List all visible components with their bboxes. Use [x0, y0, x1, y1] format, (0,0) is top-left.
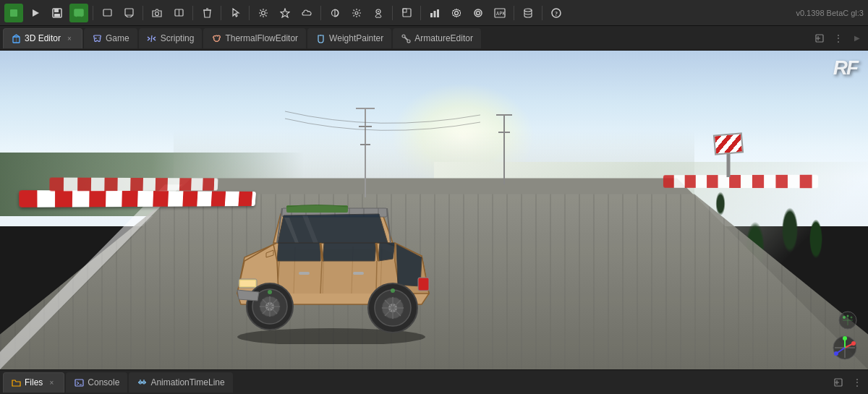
cube-icon	[11, 33, 21, 43]
version-label: v0.1398 BetaC gl:3	[796, 9, 864, 17]
viewport-area: RF	[0, 51, 868, 369]
separator-7	[392, 6, 393, 20]
sun-button[interactable]	[254, 4, 273, 22]
apk-button[interactable]: APK	[490, 4, 509, 22]
tab-scripting[interactable]: Scripting	[139, 28, 203, 48]
svg-point-30	[378, 11, 379, 12]
monitor-button[interactable]	[69, 4, 88, 22]
svg-rect-33	[430, 13, 433, 17]
tab-console-label: Console	[88, 377, 119, 387]
svg-point-53	[407, 40, 410, 43]
svg-point-49	[99, 38, 100, 38]
tab-thermal-flow[interactable]: ThermalFlowEditor	[203, 28, 306, 48]
svg-point-52	[402, 35, 405, 38]
thermal-icon	[211, 33, 221, 43]
svg-point-7	[78, 12, 80, 13]
svg-rect-74	[240, 280, 255, 286]
svg-point-84	[268, 290, 272, 294]
star-button[interactable]	[276, 4, 294, 22]
bottom-tab-menu[interactable]: ⋮	[849, 374, 865, 390]
svg-point-36	[455, 11, 459, 14]
tab-animation-label: AnimationTimeLine	[150, 377, 224, 387]
svg-rect-9	[125, 9, 133, 15]
tab-3d-editor-close[interactable]: ×	[64, 33, 75, 43]
tab-files[interactable]: Files ×	[3, 372, 64, 393]
code-icon	[147, 33, 157, 43]
cloud-button[interactable]	[297, 4, 316, 22]
tab-console[interactable]: Console	[66, 372, 127, 393]
chart-button[interactable]	[425, 4, 444, 22]
svg-rect-34	[434, 11, 436, 17]
tab-new-button[interactable]	[812, 30, 827, 46]
bottom-tab-new[interactable]	[830, 374, 846, 390]
tab-weight-painter-label: WeightPainter	[329, 33, 383, 43]
tab-game[interactable]: Game	[84, 28, 137, 48]
settings3-button[interactable]	[469, 4, 488, 22]
delete-button[interactable]	[197, 4, 216, 22]
bottom-tab-bar-end: ⋮	[830, 374, 865, 390]
tab-scroll-right[interactable]: ▶	[849, 30, 865, 46]
screen3-button[interactable]	[397, 4, 416, 22]
settings2-button[interactable]	[347, 4, 366, 22]
screen2-button[interactable]	[169, 4, 188, 22]
svg-line-24	[265, 15, 267, 17]
svg-line-50	[151, 35, 152, 42]
gamepad-icon	[92, 33, 102, 43]
tab-armature-editor-label: ArmatureEditor	[414, 33, 473, 43]
separator-8	[420, 6, 421, 20]
svg-line-54	[404, 37, 407, 40]
svg-point-38	[477, 11, 480, 14]
svg-text:APK: APK	[496, 11, 506, 17]
cursor-button[interactable]	[226, 4, 244, 22]
play-button[interactable]	[26, 4, 45, 22]
timeline-icon	[137, 377, 147, 387]
svg-point-104	[843, 336, 847, 341]
top-tab-bar: 3D Editor × Game Scripting	[0, 26, 868, 51]
tab-armature-editor[interactable]: ArmatureEditor	[393, 28, 481, 48]
svg-point-13	[156, 12, 159, 15]
location-button[interactable]	[369, 4, 388, 22]
tab-menu-button[interactable]: ⋮	[830, 30, 846, 46]
rf-watermark: RF	[833, 56, 857, 80]
svg-rect-97	[353, 272, 364, 275]
svg-rect-8	[103, 9, 111, 16]
svg-line-26	[260, 15, 262, 17]
screen-button[interactable]	[98, 4, 116, 22]
brightness-button[interactable]	[326, 4, 344, 22]
tab-scripting-label: Scripting	[161, 33, 195, 43]
road-sign	[710, 134, 746, 177]
svg-rect-75	[418, 278, 429, 291]
separator-4	[221, 6, 221, 20]
stop-button[interactable]	[4, 4, 23, 22]
svg-point-108	[843, 316, 846, 319]
help-button[interactable]: ?	[547, 4, 566, 22]
camera-button[interactable]	[148, 4, 166, 22]
display-button[interactable]	[119, 4, 138, 22]
tab-bar-end: ⋮ ▶	[812, 30, 865, 46]
tab-thermal-label: ThermalFlowEditor	[225, 33, 298, 43]
svg-point-110	[851, 317, 853, 319]
save-button[interactable]	[48, 4, 67, 22]
tab-weight-painter[interactable]: WeightPainter	[307, 28, 391, 48]
paint-icon	[315, 33, 326, 43]
gear-button[interactable]	[447, 4, 466, 22]
separator-9	[514, 6, 514, 20]
tab-files-close[interactable]: ×	[46, 377, 56, 387]
viewport-gizmo-2[interactable]	[838, 310, 858, 330]
database-button[interactable]	[519, 4, 537, 22]
svg-point-41	[524, 9, 532, 12]
svg-rect-4	[54, 14, 60, 17]
tab-game-label: Game	[106, 33, 129, 43]
separator-2	[142, 6, 143, 20]
svg-rect-70	[286, 205, 348, 213]
viewport-gizmo[interactable]	[832, 335, 858, 361]
bottom-tab-bar: Files × Console AnimationTimeLine	[0, 369, 868, 394]
svg-point-93	[391, 288, 395, 293]
viewport[interactable]: RF	[0, 51, 868, 369]
power-tower-right	[503, 114, 505, 184]
tab-3d-editor[interactable]: 3D Editor ×	[3, 28, 82, 48]
terminal-icon	[74, 377, 84, 387]
tab-animation-timeline[interactable]: AnimationTimeLine	[129, 372, 232, 393]
tab-files-label: Files	[25, 377, 43, 387]
barrier-left-2	[49, 178, 218, 192]
